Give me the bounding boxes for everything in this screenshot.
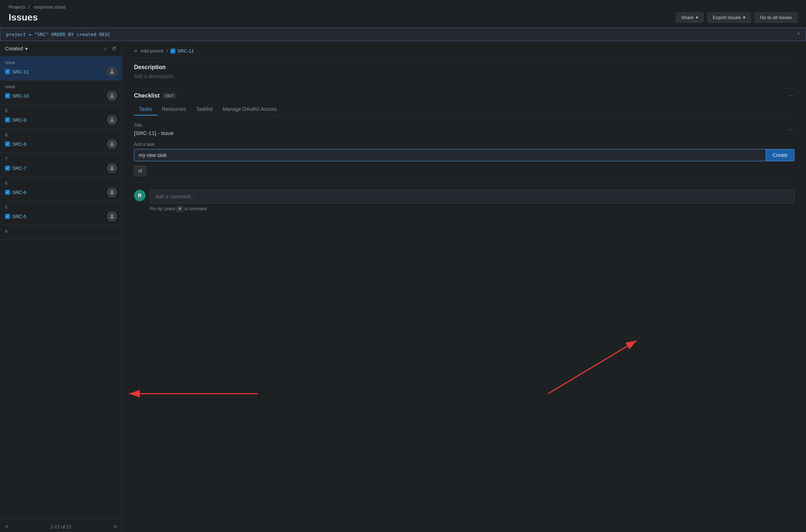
- main-layout: Created ▾ ↕ ↺ issue ✓ SRC-11: [0, 41, 806, 532]
- checkbox-icon: ✓: [5, 93, 10, 98]
- pro-tip-text: Pro tip: press: [150, 206, 175, 211]
- list-item[interactable]: issue ✓ SRC-10: [0, 81, 122, 104]
- goto-all-issues-button[interactable]: Go to all issues: [754, 12, 797, 23]
- detail-breadcrumb: ✏ Add parent / ✓ SRC-11: [134, 48, 794, 58]
- svg-point-6: [111, 215, 113, 216]
- pro-tip-key: M: [176, 206, 183, 212]
- share-chevron-icon: ▾: [696, 15, 698, 20]
- issue-row: ✓ SRC-9: [5, 115, 117, 125]
- description-placeholder[interactable]: Add a description...: [134, 73, 794, 79]
- checkbox-icon: ✓: [5, 214, 10, 219]
- comment-row: R: [134, 190, 794, 203]
- export-label: Export issues: [713, 15, 741, 20]
- issue-row: ✓ SRC-7: [5, 163, 117, 173]
- sidebar-icons: ↕ ↺: [103, 45, 117, 53]
- checkbox-icon: ✓: [5, 141, 10, 146]
- prev-page-button[interactable]: <: [5, 523, 8, 530]
- issue-group-src6: 6 ✓ SRC-6: [0, 177, 122, 201]
- sidebar-header: Created ▾ ↕ ↺: [0, 41, 122, 57]
- issue-id: ✓ SRC-8: [5, 141, 26, 147]
- sort-icon-button[interactable]: ↕: [103, 45, 108, 53]
- checklist-more-button[interactable]: ···: [789, 93, 794, 99]
- issue-id: ✓ SRC-6: [5, 190, 26, 195]
- header: Projects / response cloud Issues Share ▾…: [0, 0, 806, 28]
- created-sort-button[interactable]: Created ▾: [5, 46, 28, 51]
- export-button[interactable]: Export issues ▾: [707, 12, 751, 23]
- pencil-icon: ✏: [134, 49, 138, 54]
- issue-row: ✓ SRC-6: [5, 187, 117, 197]
- svg-point-2: [111, 118, 113, 120]
- share-label: Share: [681, 15, 694, 20]
- list-item[interactable]: 6 ✓ SRC-6: [0, 177, 122, 201]
- tab-resources[interactable]: Resources: [157, 103, 191, 116]
- checklist-tabs: Tasks Resources Tasklist Manage OAuth2 A…: [134, 103, 794, 116]
- title-field-row: Title [SRC-11] - issue ···: [134, 123, 794, 136]
- comment-input[interactable]: [150, 190, 794, 203]
- breadcrumb-issue-code: SRC-11: [177, 48, 194, 54]
- query-text: project = "SRC" ORDER BY created DESC: [6, 32, 111, 37]
- query-bar[interactable]: project = "SRC" ORDER BY created DESC ⌃: [0, 28, 806, 41]
- add-task-label: Add a task: [134, 142, 794, 147]
- checkbox-icon: ✓: [5, 166, 10, 171]
- issue-row: ✓ SRC-8: [5, 139, 117, 149]
- checkbox-icon: ✓: [5, 117, 10, 122]
- list-item[interactable]: 9 ✓ SRC-9: [0, 105, 122, 129]
- issue-code: SRC-10: [12, 93, 29, 99]
- issue-label: 8: [5, 132, 117, 137]
- refresh-icon-button[interactable]: ↺: [111, 45, 117, 53]
- refresh-btn-container: ↺: [134, 166, 794, 176]
- list-item[interactable]: 7 ✓ SRC-7: [0, 153, 122, 177]
- issue-id: ✓ SRC-5: [5, 214, 26, 219]
- tab-manage-oauth2[interactable]: Manage OAuth2 Access: [218, 103, 282, 116]
- issue-id: ✓ SRC-7: [5, 166, 26, 171]
- goto-label: Go to all issues: [760, 15, 792, 20]
- avatar: [107, 139, 117, 149]
- comment-section: R Pro tip: press M to comment: [134, 182, 794, 211]
- svg-point-1: [111, 94, 113, 96]
- tab-tasks[interactable]: Tasks: [134, 103, 157, 116]
- avatar: [107, 115, 117, 125]
- checkbox-icon: ✓: [5, 69, 10, 74]
- issue-row: ✓ SRC-11: [5, 67, 117, 77]
- breadcrumb-checkbox-icon: ✓: [170, 49, 175, 54]
- issue-label: 7: [5, 157, 117, 162]
- issue-code: SRC-7: [12, 166, 26, 171]
- issue-group-src11: issue ✓ SRC-11: [0, 57, 122, 81]
- issue-label: 4: [5, 229, 117, 234]
- refresh-button[interactable]: ↺: [134, 166, 146, 176]
- issue-code: SRC-5: [12, 214, 26, 219]
- projects-link[interactable]: Projects: [9, 4, 26, 10]
- list-item[interactable]: issue ✓ SRC-11: [0, 57, 122, 80]
- avatar: [107, 91, 117, 101]
- issue-label: issue: [5, 84, 117, 89]
- separator: [134, 88, 794, 88]
- share-button[interactable]: Share ▾: [676, 12, 704, 23]
- add-parent-link[interactable]: Add parent: [140, 48, 164, 54]
- breadcrumb-issue-link[interactable]: ✓ SRC-11: [170, 48, 194, 54]
- list-item[interactable]: 5 ✓ SRC-5: [0, 201, 122, 225]
- project-name: response cloud: [34, 4, 66, 10]
- description-title: Description: [134, 64, 794, 71]
- avatar: R: [134, 190, 145, 201]
- svg-point-3: [111, 142, 113, 144]
- create-task-button[interactable]: Create: [766, 149, 794, 161]
- tab-tasklist[interactable]: Tasklist: [191, 103, 218, 116]
- list-item[interactable]: 8 ✓ SRC-8: [0, 129, 122, 153]
- svg-point-4: [111, 166, 113, 168]
- issue-label: issue: [5, 60, 117, 65]
- issue-group-src8: 8 ✓ SRC-8: [0, 129, 122, 153]
- pagination-text: 1-11 of 11: [50, 524, 72, 529]
- issue-row: ✓ SRC-5: [5, 211, 117, 221]
- next-page-button[interactable]: >: [114, 523, 117, 530]
- created-chevron-icon: ▾: [25, 46, 28, 51]
- title-more-button[interactable]: ···: [789, 126, 794, 133]
- issue-code: SRC-11: [12, 69, 29, 75]
- issue-label: 9: [5, 108, 117, 113]
- header-actions: Share ▾ Export issues ▾ Go to all issues: [676, 12, 797, 23]
- checklist-title: Checklist: [134, 93, 160, 99]
- list-item[interactable]: 4: [0, 225, 122, 239]
- title-label: Title: [134, 123, 174, 128]
- sidebar: Created ▾ ↕ ↺ issue ✓ SRC-11: [0, 41, 122, 532]
- issue-row: ✓ SRC-10: [5, 91, 117, 101]
- task-input[interactable]: [134, 149, 766, 161]
